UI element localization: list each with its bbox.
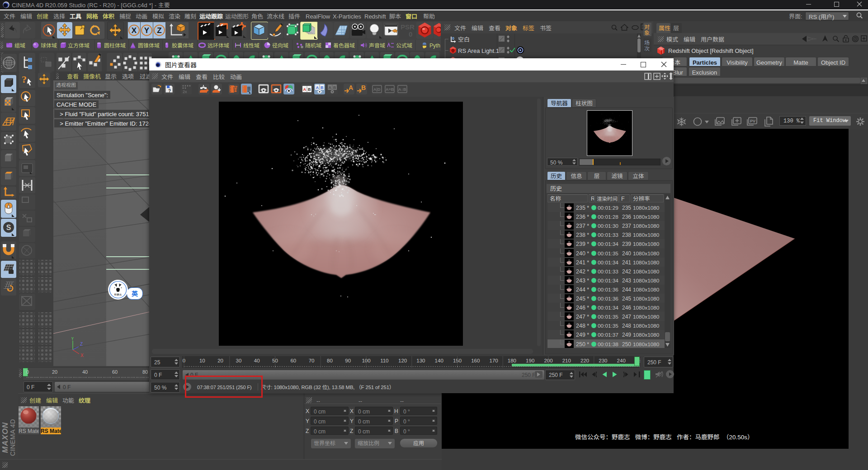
svg-text:0: 0 (26, 369, 29, 375)
svg-text:A↕B: A↕B (398, 87, 406, 92)
svg-text:A: A (329, 85, 332, 90)
svg-text:A|D: A|D (373, 87, 381, 92)
svg-text:?: ? (22, 74, 27, 85)
svg-text:B: B (321, 85, 324, 90)
svg-text:40: 40 (82, 369, 88, 375)
svg-text:190: 190 (526, 358, 534, 363)
svg-text:180: 180 (508, 358, 516, 363)
svg-text:Y: Y (71, 337, 74, 342)
svg-text:Z: Z (80, 340, 83, 347)
svg-text:PSR: PSR (401, 23, 415, 31)
svg-text:0: 0 (409, 30, 412, 38)
svg-text:X: X (132, 26, 137, 35)
svg-text:80: 80 (142, 369, 148, 375)
svg-text:70: 70 (309, 358, 315, 363)
svg-text:130: 130 (416, 358, 425, 363)
svg-text:80: 80 (327, 358, 333, 363)
svg-text:A=B: A=B (386, 87, 394, 92)
svg-text:240: 240 (617, 358, 626, 363)
svg-text:0: 0 (452, 36, 454, 41)
svg-text:40: 40 (254, 358, 260, 363)
svg-text:野鹿志: 野鹿志 (114, 293, 122, 296)
svg-text:B: B (333, 85, 336, 90)
svg-text:90: 90 (345, 358, 351, 363)
svg-text:A: A (316, 85, 319, 90)
svg-text:160: 160 (471, 358, 480, 363)
svg-text:10: 10 (199, 358, 205, 363)
svg-text:?: ? (168, 89, 171, 94)
svg-text:210: 210 (562, 358, 571, 363)
svg-text:A: A (349, 84, 353, 91)
svg-text:60: 60 (112, 369, 118, 375)
svg-text:220: 220 (580, 358, 589, 363)
svg-text:140: 140 (435, 358, 443, 363)
svg-text:B: B (308, 87, 311, 92)
svg-text:230: 230 (599, 358, 607, 363)
svg-text:30: 30 (236, 358, 242, 363)
svg-text:2x: 2x (183, 89, 187, 94)
svg-text:A: A (303, 87, 307, 92)
svg-text:120: 120 (398, 358, 407, 363)
svg-text:PV: PV (750, 119, 755, 123)
svg-text:X: X (80, 352, 84, 358)
svg-text:B: B (361, 84, 366, 91)
svg-text:110: 110 (380, 358, 388, 363)
svg-text:170: 170 (490, 358, 498, 363)
svg-text:S: S (6, 224, 11, 231)
svg-text:20: 20 (52, 369, 57, 375)
svg-text:20: 20 (217, 358, 223, 363)
svg-text:Z: Z (157, 26, 161, 35)
svg-text:60: 60 (290, 358, 296, 363)
svg-text:Y: Y (144, 26, 150, 35)
